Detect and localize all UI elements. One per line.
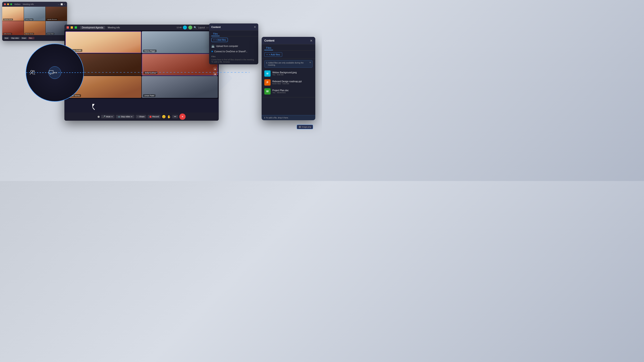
main-participant-name-2: Henry Riggs: [143, 50, 156, 52]
small-share-button[interactable]: Share: [21, 37, 27, 39]
computer-icon: 💻: [211, 44, 215, 48]
panel2-header: Content ✕: [262, 37, 315, 44]
small-stop-video-button[interactable]: Stop video: [10, 37, 20, 39]
file-meta-2: Kevin Woo · 9:00 AM: [272, 83, 312, 85]
panel2-notice: ℹ Added files are only available during …: [264, 60, 312, 68]
info-icon: ℹ: [266, 62, 267, 64]
file-item-project-plan[interactable]: W Project Plan.doc You · 08/28/2021: [262, 87, 315, 96]
raise-hand-icon[interactable]: ✋: [167, 115, 171, 118]
panel2-add-files-button[interactable]: + + Add files: [264, 52, 282, 57]
info-footer-icon: ℹ: [264, 117, 265, 119]
panel1-files-desc: Come here to find all files shared in th…: [211, 58, 256, 63]
main-share-button[interactable]: ↑ Share: [136, 115, 146, 118]
file-item-webex-bg[interactable]: W Webex Background.jpeg You · 9:00 AM: [262, 69, 315, 78]
main-minimize-icon[interactable]: —: [206, 26, 209, 29]
panel2-tabs: Files: [262, 44, 315, 50]
main-minimize-dot[interactable]: [71, 26, 73, 28]
minimize-dot[interactable]: [7, 3, 9, 5]
layout-button[interactable]: Layout: [198, 26, 205, 29]
content-panel-background: Content ✕ Files + + Add files 💻 Upload f…: [209, 23, 258, 64]
avatar-2: [188, 25, 192, 29]
panel1-add-files-row: + + Add files: [209, 36, 258, 43]
panel1-files-title: Files: [211, 55, 256, 58]
file-item-rebrand[interactable]: P Rebrand Design roadmap.ppt Kevin Woo ·…: [262, 78, 315, 87]
panel1-tabs: Files: [209, 31, 258, 36]
panel1-add-files-button[interactable]: + + Add files: [211, 38, 228, 42]
small-window-titlebar: Webex Meeting info — ⬜ ✕: [2, 2, 67, 7]
share-icon: ↑: [138, 115, 139, 118]
main-webex-window: Development Agenda Meeting info 12:40 🔍 …: [64, 24, 219, 121]
avatar-1: [183, 25, 187, 29]
end-call-button[interactable]: ✕: [179, 113, 186, 120]
minimize-icon[interactable]: —: [58, 3, 60, 5]
file-meta-3: You · 08/28/2021: [272, 92, 312, 94]
small-mute-button[interactable]: Mute: [4, 37, 10, 39]
scroll-controls: ▲ ▼: [213, 67, 217, 76]
small-cell-4: Sofia Gomez: [2, 21, 24, 35]
main-participant-name-6: Umar Patel: [143, 94, 156, 97]
panel2-close-button[interactable]: ✕: [310, 39, 312, 42]
small-record-button[interactable]: Rec...: [28, 37, 34, 39]
radial-menu: •••: [26, 43, 84, 102]
tab-meeting-info[interactable]: Meeting info: [106, 26, 122, 29]
main-record-button[interactable]: ⬤ Record: [148, 115, 160, 118]
small-cell-1: Clarissa Smith: [2, 7, 24, 21]
scroll-up-button[interactable]: ▲: [213, 67, 217, 71]
small-cell-2: Henry Riggs: [24, 7, 46, 21]
panel2-files-tab[interactable]: Files: [264, 46, 273, 50]
main-cell-2: Henry Riggs 🎤: [142, 31, 218, 53]
main-cell-6: Umar Patel: [142, 76, 218, 98]
reactions-icon[interactable]: 😊: [162, 115, 166, 118]
radial-more-button[interactable]: •••: [48, 66, 61, 79]
panel2-title: Content: [264, 39, 274, 42]
fullscreen-icon[interactable]: ⬜: [60, 3, 63, 5]
close-dot[interactable]: [4, 3, 6, 5]
small-window-controls: — ⬜ ✕: [58, 3, 65, 5]
small-window-meeting-info: Meeting info: [23, 3, 34, 5]
main-titlebar-tabs: Development Agenda Meeting info: [80, 26, 122, 29]
image-preview-chip[interactable]: 🖼 image.png: [297, 125, 313, 129]
video-chevron-icon[interactable]: ▼: [131, 116, 132, 117]
file-meta-1: You · 9:00 AM: [272, 74, 312, 76]
drop-hint-footer: ℹ To add a file, drop it here.: [262, 115, 315, 120]
file-info-1: Webex Background.jpeg You · 9:00 AM: [272, 71, 312, 76]
maximize-dot[interactable]: [10, 3, 12, 5]
scroll-down-button[interactable]: ▼: [213, 72, 217, 76]
notice-close-button[interactable]: ✕: [309, 61, 311, 64]
participant-name-6: Umar Patel: [46, 33, 54, 35]
main-maximize-dot[interactable]: [75, 26, 77, 28]
panel1-files-section: Files Come here to find all files shared…: [209, 54, 258, 64]
file-info-2: Rebrand Design roadmap.ppt Kevin Woo · 9…: [272, 80, 312, 85]
drop-zone: [262, 97, 315, 115]
main-time: 12:40: [176, 26, 182, 28]
upload-from-computer-option[interactable]: 💻 Upload from computer: [209, 43, 258, 49]
main-close-dot[interactable]: [67, 26, 69, 28]
main-mute-button[interactable]: 🎤 Mute ▼: [101, 115, 114, 118]
small-window-app-name: Webex: [14, 3, 20, 5]
file-name-3: Project Plan.doc: [272, 89, 312, 92]
webex-file-icon: W: [264, 70, 270, 77]
main-stop-video-button[interactable]: 📹 Stop video ▼: [116, 115, 134, 118]
small-video-grid: Clarissa Smith Henry Riggs Isabelle Bren…: [2, 7, 67, 35]
small-controls-bar: Mute Stop video Share Rec...: [2, 35, 67, 41]
connect-onedrive-option[interactable]: ■ Connect to OneDrive or ShareP...: [209, 49, 258, 54]
mute-chevron-icon[interactable]: ▼: [111, 116, 113, 117]
panel2-add-files-row: + + Add files: [262, 50, 315, 59]
tab-development-agenda[interactable]: Development Agenda: [80, 26, 105, 29]
participant-name-3: Isabelle Brennan: [46, 18, 58, 20]
close-icon[interactable]: ✕: [64, 3, 65, 5]
onedrive-icon: ■: [211, 50, 213, 53]
participant-name-4: Sofia Gomez: [3, 33, 12, 35]
main-window-titlebar: Development Agenda Meeting info 12:40 🔍 …: [64, 24, 219, 30]
participant-name-2: Henry Riggs: [24, 18, 33, 20]
record-icon: ⬤: [149, 115, 152, 118]
panel1-header: Content ✕: [209, 23, 258, 31]
radial-items-container: •••: [26, 44, 84, 101]
panel1-files-tab[interactable]: Files: [211, 32, 220, 36]
search-icon[interactable]: 🔍: [194, 26, 197, 29]
radial-people-button[interactable]: [29, 69, 36, 76]
file-name-1: Webex Background.jpeg: [272, 71, 312, 74]
main-more-button[interactable]: •••: [172, 115, 178, 118]
small-webex-window: Webex Meeting info — ⬜ ✕ Clarissa Smith …: [2, 2, 67, 41]
panel1-close-button[interactable]: ✕: [254, 25, 256, 28]
